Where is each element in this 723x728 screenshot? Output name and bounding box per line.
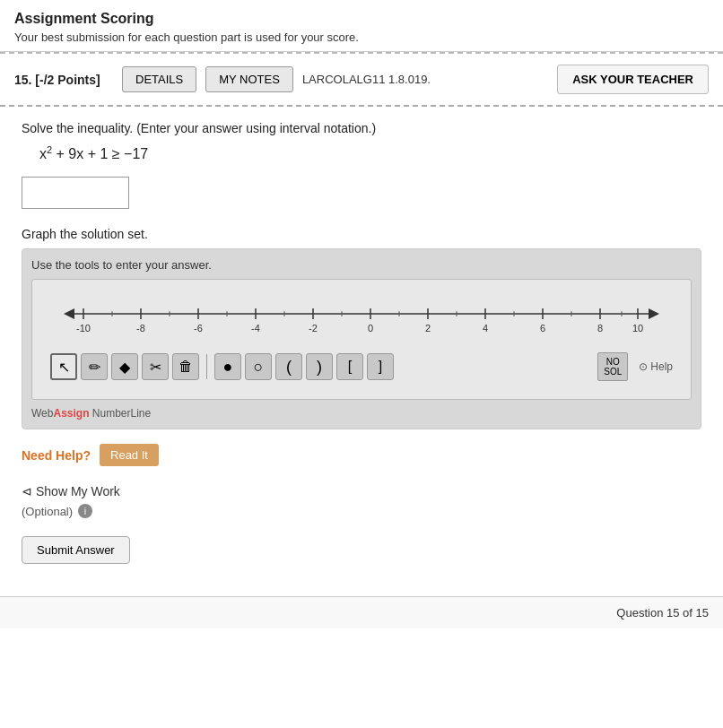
no-sol-button[interactable]: NO SOL — [597, 352, 628, 381]
number-line-area[interactable]: -10 -8 -6 -4 -2 0 2 4 — [31, 279, 692, 400]
question-label: 15. [-/2 Points] — [14, 73, 113, 87]
show-my-work-section[interactable]: ⊲ Show My Work — [22, 484, 701, 498]
graph-section-label: Graph the solution set. — [22, 227, 701, 241]
inequality-text: x2 + 9x + 1 ≥ −17 — [39, 146, 148, 161]
left-paren-button[interactable]: ( — [275, 353, 302, 380]
svg-text:-4: -4 — [251, 323, 260, 334]
svg-text:0: 0 — [368, 323, 373, 334]
ask-teacher-button[interactable]: ASK YOUR TEACHER — [557, 65, 709, 94]
trash-icon: 🗑 — [179, 359, 193, 375]
diamond-tool-button[interactable]: ◆ — [111, 353, 138, 380]
graph-container: Use the tools to enter your answer. — [22, 248, 701, 429]
filled-circle-button[interactable]: ● — [214, 353, 241, 380]
question-instruction: Solve the inequality. (Enter your answer… — [22, 121, 701, 135]
eraser-icon: ✂ — [150, 359, 161, 376]
header-section: Assignment Scoring Your best submission … — [0, 0, 723, 52]
tools-label: Use the tools to enter your answer. — [31, 258, 692, 272]
svg-text:-10: -10 — [76, 323, 91, 334]
svg-text:8: 8 — [597, 323, 603, 334]
select-icon: ↖ — [58, 359, 70, 376]
web-text: Web — [31, 407, 53, 420]
svg-text:-8: -8 — [136, 323, 145, 334]
help-label: Help — [650, 360, 673, 373]
read-it-button[interactable]: Read It — [100, 444, 159, 466]
question-content: Solve the inequality. (Enter your answer… — [0, 107, 723, 596]
question-bar: 15. [-/2 Points] DETAILS MY NOTES LARCOL… — [0, 54, 723, 107]
svg-text:10: 10 — [632, 323, 643, 334]
answer-input[interactable] — [22, 177, 129, 209]
eraser-tool-button[interactable]: ✂ — [142, 353, 169, 380]
question-counter: Question 15 of 15 — [616, 606, 709, 620]
webassign-label: WebAssign NumberLine — [31, 407, 692, 420]
select-tool-button[interactable]: ↖ — [50, 353, 77, 380]
svg-text:6: 6 — [540, 323, 545, 334]
assign-text: Assign — [53, 407, 89, 420]
left-paren-icon: ( — [286, 358, 292, 377]
optional-label: (Optional) — [22, 505, 73, 518]
pencil-tool-button[interactable]: ✏ — [81, 353, 108, 380]
footer-row: Question 15 of 15 — [0, 596, 723, 628]
inequality-display: x2 + 9x + 1 ≥ −17 — [39, 144, 701, 162]
right-bracket-button[interactable]: ] — [367, 353, 394, 380]
trash-tool-button[interactable]: 🗑 — [172, 353, 199, 380]
right-paren-icon: ) — [317, 358, 322, 377]
question-code: LARCOLALG11 1.8.019. — [302, 73, 548, 86]
svg-text:-6: -6 — [194, 323, 203, 334]
right-paren-button[interactable]: ) — [306, 353, 333, 380]
need-help-row: Need Help? Read It — [22, 444, 701, 466]
help-button[interactable]: ⊙ Help — [639, 360, 673, 373]
show-my-work-icon: ⊲ — [22, 484, 32, 498]
pencil-icon: ✏ — [89, 359, 100, 376]
open-circle-icon: ○ — [254, 358, 264, 377]
submit-button[interactable]: Submit Answer — [22, 536, 130, 564]
right-bracket-icon: ] — [379, 359, 382, 375]
open-circle-button[interactable]: ○ — [245, 353, 272, 380]
optional-row: (Optional) i — [22, 504, 701, 518]
number-line-svg: -10 -8 -6 -4 -2 0 2 4 — [50, 289, 673, 345]
page-subtitle: Your best submission for each question p… — [14, 30, 709, 44]
my-notes-button[interactable]: MY NOTES — [205, 66, 293, 92]
svg-text:-2: -2 — [309, 323, 318, 334]
diamond-icon: ◆ — [119, 359, 130, 376]
page-title: Assignment Scoring — [14, 11, 709, 27]
need-help-label: Need Help? — [22, 448, 91, 463]
filled-circle-icon: ● — [223, 358, 233, 377]
left-bracket-button[interactable]: [ — [336, 353, 363, 380]
details-button[interactable]: DETAILS — [122, 66, 196, 92]
tool-separator — [206, 354, 207, 379]
show-my-work-label: Show My Work — [36, 484, 120, 498]
left-bracket-icon: [ — [348, 359, 352, 375]
svg-text:2: 2 — [425, 323, 431, 334]
tools-row: ↖ ✏ ◆ ✂ 🗑 ● — [50, 352, 673, 381]
svg-text:4: 4 — [483, 323, 488, 334]
info-icon[interactable]: i — [78, 504, 92, 518]
number-line-text: NumberLine — [92, 407, 151, 420]
help-icon: ⊙ — [639, 360, 648, 373]
